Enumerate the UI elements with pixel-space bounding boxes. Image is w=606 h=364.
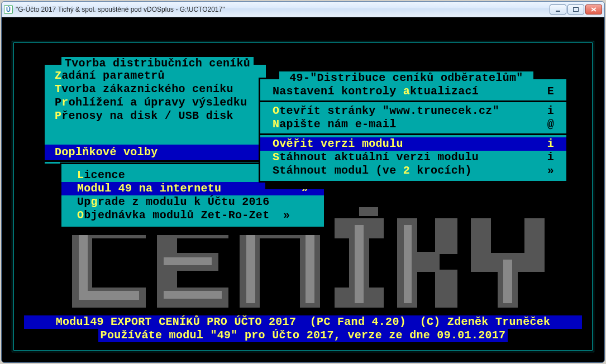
close-button[interactable] — [585, 4, 602, 15]
submenu-item[interactable]: Modul 49 na internetu » — [61, 182, 324, 195]
menu1-item[interactable]: Tvorba zákaznického ceníku — [45, 83, 266, 96]
submenu-item[interactable]: Objednávka modulů Zet-Ro-Zet » — [61, 209, 324, 222]
menu3-item[interactable]: Stáhnout aktuální verzi modului — [260, 151, 566, 164]
footer-line1: Modul49 EXPORT CENÍKŮ PRO ÚČTO 2017 (PC … — [24, 315, 582, 329]
menu3-item[interactable]: Ověřit verzi modului — [260, 137, 566, 151]
menu1-item[interactable]: Zadání parametrů — [45, 69, 266, 83]
supplementary-bar[interactable]: Doplňkové volby — [43, 145, 268, 160]
menu1-item[interactable]: Prohlížení a úpravy výsledku — [45, 96, 266, 109]
footer-line2: Používáte modul "49" pro Účto 2017, verz… — [98, 329, 508, 342]
titlebar[interactable]: Ú "G-Účto 2017 Tichý & spol. spouštěné p… — [2, 2, 604, 17]
menu3-item[interactable]: Nastavení kontroly aktualizacíE — [260, 85, 566, 98]
menu3-separator — [260, 133, 566, 135]
maximize-button[interactable] — [567, 4, 584, 15]
menu-distribuce: 49-"Distribuce ceníků odběratelům" Nasta… — [259, 78, 568, 183]
svg-rect-1 — [574, 7, 579, 11]
dos-screen: Tvorba distribučních ceníků Zadání param… — [2, 17, 604, 362]
app-icon: Ú — [4, 5, 13, 14]
footer: Modul49 EXPORT CENÍKŮ PRO ÚČTO 2017 (PC … — [24, 315, 582, 342]
menu1-item[interactable]: Přenosy na disk / USB disk — [45, 109, 266, 123]
app-window: Ú "G-Účto 2017 Tichý & spol. spouštěné p… — [1, 1, 605, 363]
menu3-separator — [260, 100, 566, 102]
submenu-item[interactable]: Upgrade z modulu k Účtu 2016 — [61, 195, 324, 209]
menu3-title: 49-"Distribuce ceníků odběratelům" — [279, 71, 533, 85]
menu3-item[interactable]: Otevřít stránky "www.trunecek.cz"i — [260, 104, 566, 118]
minimize-button[interactable] — [550, 4, 566, 15]
window-title: "G-Účto 2017 Tichý & spol. spouštěné pod… — [16, 6, 550, 13]
menu3-item[interactable]: Stáhnout modul (ve 2 krocích)» — [260, 164, 566, 178]
svg-rect-0 — [556, 11, 560, 12]
menu1-title: Tvorba distribučních ceníků — [61, 57, 254, 70]
menu1-bottom-border — [43, 160, 268, 162]
menu3-item[interactable]: Napište nám e-mail@ — [260, 118, 566, 131]
